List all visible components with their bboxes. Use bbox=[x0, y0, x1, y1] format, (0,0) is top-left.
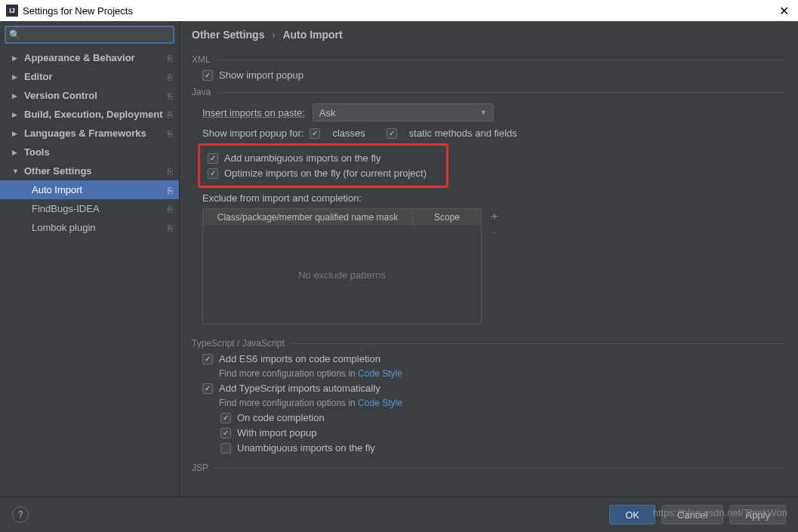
reset-icon[interactable]: ⎘ bbox=[168, 72, 173, 81]
link-code-style[interactable]: Code Style bbox=[358, 398, 402, 408]
checkbox-optimize-imports[interactable]: Optimize imports on the fly (for current… bbox=[208, 168, 443, 179]
checkbox-add-typescript[interactable]: Add TypeScript imports automatically bbox=[202, 383, 786, 394]
label-insert-imports: Insert imports on paste: bbox=[202, 107, 305, 118]
tree-item-editor[interactable]: ▶Editor⎘ bbox=[0, 67, 179, 86]
titlebar: IJ Settings for New Projects ✕ bbox=[0, 0, 798, 21]
tree-item-findbugs[interactable]: FindBugs-IDEA⎘ bbox=[0, 199, 179, 218]
label-show-import-popup-for: Show import popup for: bbox=[202, 128, 303, 139]
chevron-right-icon: ▶ bbox=[12, 73, 20, 81]
highlight-box: Add unambiguous imports on the fly Optim… bbox=[198, 143, 448, 188]
window-title: Settings for New Projects bbox=[23, 5, 133, 17]
chevron-right-icon: ▶ bbox=[12, 92, 20, 100]
checkbox-add-es6[interactable]: Add ES6 imports on code completion bbox=[202, 353, 786, 364]
app-icon: IJ bbox=[6, 5, 18, 17]
chevron-down-icon: ▼ bbox=[480, 109, 487, 116]
cancel-button[interactable]: Cancel bbox=[661, 505, 723, 524]
ok-button[interactable]: OK bbox=[609, 505, 655, 524]
section-typescript: TypeScript / JavaScript bbox=[192, 338, 786, 349]
checkbox-xml-show-import-popup[interactable]: Show import popup bbox=[202, 69, 786, 81]
checkbox-unambiguous-fly[interactable]: Unambiguous imports on the fly bbox=[220, 442, 786, 454]
close-icon[interactable]: ✕ bbox=[776, 4, 792, 18]
tree-item-other-settings[interactable]: ▼Other Settings⎘ bbox=[0, 161, 179, 180]
checkbox-icon bbox=[202, 354, 213, 364]
link-code-style[interactable]: Code Style bbox=[358, 368, 402, 379]
breadcrumb-separator: › bbox=[272, 29, 276, 41]
reset-icon[interactable]: ⎘ bbox=[168, 204, 173, 214]
label-exclude: Exclude from import and completion: bbox=[202, 192, 786, 204]
table-header-name[interactable]: Class/package/member qualified name mask bbox=[203, 209, 413, 226]
reset-icon[interactable]: ⎘ bbox=[168, 186, 173, 195]
chevron-right-icon: ▶ bbox=[12, 130, 20, 137]
reset-icon[interactable]: ⎘ bbox=[168, 167, 173, 176]
chevron-right-icon: ▶ bbox=[12, 149, 20, 156]
checkbox-icon bbox=[208, 168, 218, 179]
checkbox-with-import-popup[interactable]: With import popup bbox=[220, 427, 786, 438]
breadcrumb-parent[interactable]: Other Settings bbox=[192, 29, 264, 41]
reset-icon[interactable]: ⎘ bbox=[168, 129, 173, 138]
search-icon: 🔍 bbox=[9, 29, 20, 40]
checkbox-icon bbox=[220, 413, 231, 423]
tree-item-appearance[interactable]: ▶Appearance & Behavior⎘ bbox=[0, 48, 179, 67]
hint-ts: Find more configuration options in Code … bbox=[219, 398, 786, 408]
chevron-right-icon: ▶ bbox=[12, 111, 20, 118]
checkbox-icon bbox=[220, 428, 231, 438]
breadcrumb-child: Auto Import bbox=[282, 29, 342, 41]
table-header-scope[interactable]: Scope bbox=[413, 209, 481, 226]
checkbox-classes[interactable] bbox=[310, 128, 320, 139]
checkbox-icon bbox=[208, 153, 218, 164]
help-button[interactable]: ? bbox=[12, 506, 29, 523]
search-box[interactable]: 🔍 bbox=[5, 26, 174, 44]
settings-tree: ▶Appearance & Behavior⎘ ▶Editor⎘ ▶Versio… bbox=[0, 48, 179, 497]
table-empty-message: No exclude patterns bbox=[203, 226, 481, 324]
reset-icon[interactable]: ⎘ bbox=[168, 110, 173, 119]
exclude-table: Class/package/member qualified name mask… bbox=[202, 208, 482, 324]
checkbox-add-unambiguous[interactable]: Add unambiguous imports on the fly bbox=[208, 152, 443, 164]
tree-item-lombok[interactable]: Lombok plugin⎘ bbox=[0, 218, 179, 237]
section-jsp: JSP bbox=[192, 463, 786, 473]
tree-item-languages[interactable]: ▶Languages & Frameworks⎘ bbox=[0, 124, 179, 143]
footer: ? OK Cancel Apply bbox=[0, 497, 798, 532]
chevron-down-icon: ▼ bbox=[12, 168, 20, 175]
add-button[interactable]: + bbox=[486, 208, 503, 225]
remove-button[interactable]: − bbox=[486, 225, 503, 241]
tree-item-version-control[interactable]: ▶Version Control⎘ bbox=[0, 86, 179, 105]
apply-button[interactable]: Apply bbox=[729, 505, 786, 524]
reset-icon[interactable]: ⎘ bbox=[168, 223, 173, 232]
chevron-right-icon: ▶ bbox=[12, 54, 20, 62]
reset-icon[interactable]: ⎘ bbox=[168, 91, 173, 100]
select-insert-imports[interactable]: Ask▼ bbox=[313, 103, 494, 121]
reset-icon[interactable]: ⎘ bbox=[168, 54, 173, 63]
sidebar: 🔍 ▶Appearance & Behavior⎘ ▶Editor⎘ ▶Vers… bbox=[0, 21, 180, 497]
checkbox-icon bbox=[220, 443, 231, 454]
tree-item-tools[interactable]: ▶Tools bbox=[0, 143, 179, 161]
tree-item-build[interactable]: ▶Build, Execution, Deployment⎘ bbox=[0, 105, 179, 124]
checkbox-on-code-completion[interactable]: On code completion bbox=[220, 412, 786, 423]
section-xml: XML bbox=[192, 54, 786, 65]
search-input[interactable] bbox=[23, 29, 170, 40]
breadcrumb: Other Settings › Auto Import bbox=[180, 21, 798, 48]
checkbox-static-methods[interactable] bbox=[387, 128, 397, 139]
section-java: Java bbox=[192, 87, 786, 97]
checkbox-icon bbox=[202, 383, 213, 394]
checkbox-icon bbox=[202, 70, 213, 81]
hint-es6: Find more configuration options in Code … bbox=[219, 368, 786, 379]
tree-item-auto-import[interactable]: Auto Import⎘ bbox=[0, 180, 179, 199]
